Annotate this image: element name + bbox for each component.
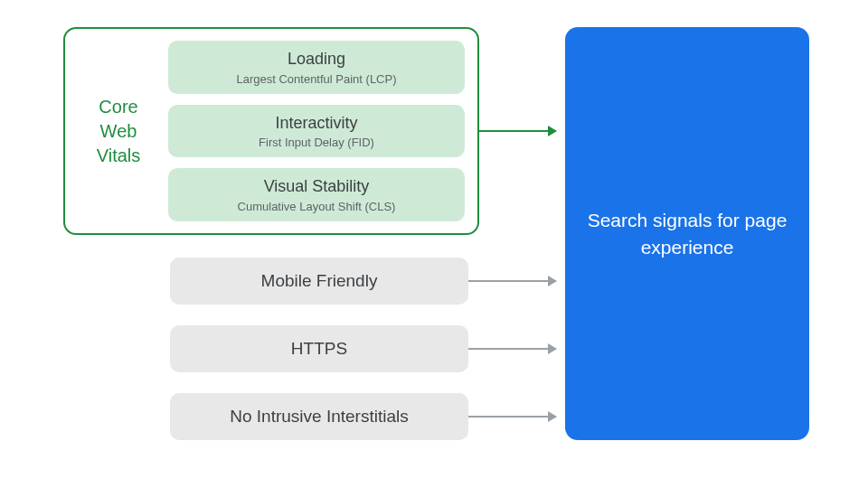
- vital-title: Loading: [177, 49, 456, 70]
- vital-title: Visual Stability: [177, 176, 456, 197]
- core-web-vitals-items: Loading Largest Contentful Paint (LCP) I…: [168, 41, 465, 221]
- signal-mobile-friendly: Mobile Friendly: [170, 258, 468, 305]
- vital-subtitle: First Input Delay (FID): [177, 136, 456, 149]
- signal-https: HTTPS: [170, 325, 468, 372]
- arrow-icon: [468, 348, 556, 350]
- vital-subtitle: Largest Contentful Paint (LCP): [177, 72, 456, 86]
- vital-loading: Loading Largest Contentful Paint (LCP): [168, 41, 465, 93]
- core-web-vitals-group: CoreWebVitals Loading Largest Contentful…: [63, 27, 479, 235]
- signal-no-intrusive-interstitials: No Intrusive Interstitials: [170, 393, 468, 440]
- arrow-icon: [468, 280, 556, 282]
- arrow-icon: [479, 130, 556, 132]
- search-signals-target: Search signals for page experience: [565, 27, 809, 440]
- vital-title: Interactivity: [177, 113, 456, 134]
- vital-subtitle: Cumulative Layout Shift (CLS): [177, 200, 456, 213]
- vital-interactivity: Interactivity First Input Delay (FID): [168, 105, 465, 157]
- vital-visual-stability: Visual Stability Cumulative Layout Shift…: [168, 168, 465, 221]
- arrow-icon: [468, 416, 556, 418]
- core-web-vitals-label: CoreWebVitals: [78, 95, 159, 168]
